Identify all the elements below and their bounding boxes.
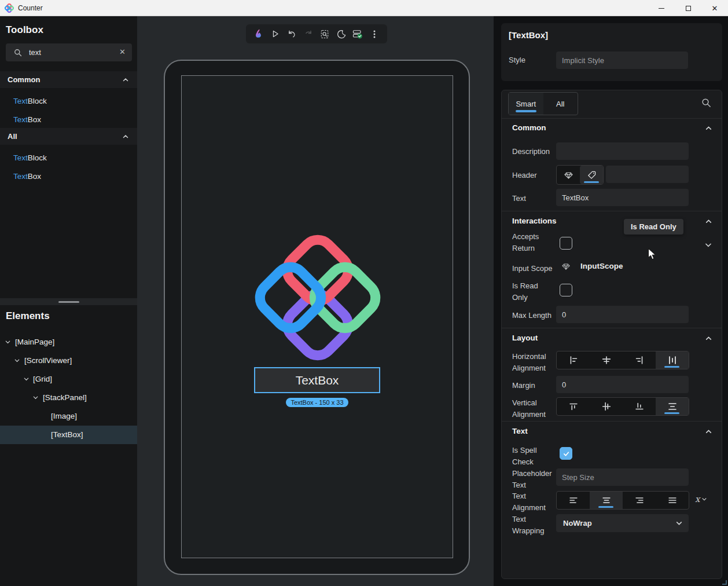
- panel-splitter[interactable]: [0, 298, 137, 305]
- is-spell-check-label: Is Spell Check: [512, 445, 553, 468]
- element-inspector-icon[interactable]: [318, 27, 332, 41]
- tree-item-grid[interactable]: [Grid]: [0, 370, 137, 389]
- input-scope-value[interactable]: InputScope: [580, 262, 623, 270]
- chevron-up-icon[interactable]: [705, 218, 712, 225]
- gem-icon: [564, 170, 573, 180]
- toolbox-section-all[interactable]: All: [0, 128, 137, 145]
- mouse-cursor: [648, 248, 657, 261]
- titlebar: Counter ✕: [0, 0, 728, 16]
- text-alignment-toggle: [556, 491, 689, 510]
- literal-tag-button[interactable]: [580, 166, 603, 184]
- text-alignment-label: Text Alignment: [512, 490, 557, 514]
- hot-reload-flame-icon[interactable]: [252, 27, 266, 41]
- valign-stretch-button[interactable]: [656, 398, 689, 415]
- binding-gem-button[interactable]: [557, 166, 580, 184]
- text-align-justify-button[interactable]: [656, 492, 689, 509]
- header-input[interactable]: [606, 166, 689, 183]
- toolbox-search[interactable]: ✕: [6, 43, 132, 61]
- minimize-button[interactable]: [648, 0, 675, 16]
- accepts-return-checkbox[interactable]: [560, 237, 572, 250]
- tab-all[interactable]: All: [543, 93, 578, 115]
- search-input[interactable]: [29, 48, 116, 57]
- max-length-input[interactable]: [556, 306, 689, 323]
- close-button[interactable]: ✕: [701, 0, 728, 16]
- property-tabs: Smart All: [508, 92, 578, 115]
- maximize-button[interactable]: [675, 0, 701, 16]
- tree-item-textbox[interactable]: [TextBox]: [0, 426, 137, 444]
- splitter-handle[interactable]: [58, 301, 79, 303]
- accepts-return-label: Accepts Return: [512, 231, 553, 254]
- chevron-down-icon[interactable]: [5, 339, 11, 345]
- play-icon[interactable]: [269, 27, 282, 41]
- style-input[interactable]: [556, 52, 688, 69]
- text-wrapping-dropdown[interactable]: NoWrap: [556, 514, 689, 532]
- section-interactions-header[interactable]: Interactions: [512, 217, 557, 225]
- text-align-justify-icon: [667, 495, 678, 506]
- valign-center-button[interactable]: [590, 398, 623, 415]
- text-align-left-icon: [568, 495, 579, 506]
- toolbox-item-textblock[interactable]: TextBlock: [0, 149, 137, 166]
- text-align-right-button[interactable]: [623, 492, 656, 509]
- tree-item-scrollviewer[interactable]: [ScrollViewer]: [0, 351, 137, 370]
- chevron-up-icon[interactable]: [705, 335, 712, 342]
- is-read-only-checkbox[interactable]: [560, 284, 572, 296]
- text-align-center-button[interactable]: [590, 492, 623, 509]
- section-layout-header[interactable]: Layout: [512, 334, 538, 342]
- chevron-up-icon[interactable]: [705, 428, 712, 435]
- chevron-down-icon[interactable]: [23, 376, 30, 382]
- design-canvas[interactable]: TextBox TextBox - 150 x 33: [137, 16, 494, 586]
- more-menu-icon[interactable]: [367, 27, 381, 41]
- properties-card: Smart All Common Description Header Text…: [501, 90, 722, 579]
- uno-logo-image[interactable]: [253, 233, 382, 362]
- device-screen[interactable]: TextBox TextBox - 150 x 33: [181, 75, 453, 558]
- tree-item-image[interactable]: [Image]: [0, 407, 137, 426]
- halign-right-button[interactable]: [623, 351, 656, 369]
- toolbox-section-common[interactable]: Common: [0, 71, 137, 88]
- valign-bottom-button[interactable]: [623, 398, 656, 415]
- header-mode-toggle: [556, 165, 604, 185]
- is-spell-check-checkbox[interactable]: [560, 447, 572, 460]
- text-input[interactable]: [556, 189, 689, 206]
- properties-search-icon[interactable]: [701, 98, 711, 108]
- chevron-up-icon: [122, 76, 129, 83]
- undo-icon[interactable]: [285, 27, 299, 41]
- toolbox-item-textblock[interactable]: TextBlock: [0, 93, 137, 109]
- window-resize-grip[interactable]: [722, 580, 727, 585]
- chevron-up-icon[interactable]: [705, 124, 712, 132]
- toolbox-item-textbox[interactable]: TextBox: [0, 111, 137, 127]
- toolbox-item-textbox[interactable]: TextBox: [0, 168, 137, 184]
- tree-item-stackpanel[interactable]: [StackPanel]: [0, 389, 137, 407]
- horizontal-alignment-toggle: [556, 351, 689, 369]
- align-top-icon: [568, 401, 579, 412]
- description-label: Description: [512, 146, 550, 158]
- theme-moon-icon[interactable]: [334, 27, 348, 41]
- section-common-header[interactable]: Common: [512, 123, 546, 132]
- margin-input[interactable]: [556, 376, 689, 393]
- placeholder-text-input[interactable]: [556, 468, 689, 486]
- style-card: [TextBox] Style: [501, 23, 722, 81]
- align-stretch-icon: [667, 401, 678, 412]
- halign-center-button[interactable]: [590, 351, 623, 369]
- align-middle-icon: [601, 401, 612, 412]
- tab-smart[interactable]: Smart: [509, 93, 543, 115]
- check-icon: [562, 450, 570, 457]
- divider: [502, 421, 722, 422]
- halign-stretch-button[interactable]: [656, 351, 689, 369]
- redo-icon[interactable]: [302, 27, 315, 41]
- devices-status-icon[interactable]: [351, 27, 365, 41]
- section-text-header[interactable]: Text: [512, 427, 528, 435]
- selected-textbox-element[interactable]: TextBox: [254, 367, 380, 393]
- xaml-binding-dropdown[interactable]: x: [695, 494, 707, 504]
- chevron-down-icon[interactable]: [704, 241, 712, 249]
- gem-icon[interactable]: [561, 262, 571, 271]
- description-input[interactable]: [556, 142, 689, 160]
- divider: [502, 211, 722, 211]
- align-center-icon: [601, 354, 612, 366]
- chevron-down-icon[interactable]: [14, 357, 20, 364]
- chevron-down-icon[interactable]: [32, 394, 39, 401]
- text-align-left-button[interactable]: [557, 492, 590, 509]
- valign-top-button[interactable]: [557, 398, 590, 415]
- tree-item-mainpage[interactable]: [MainPage]: [0, 333, 137, 351]
- clear-search-icon[interactable]: ✕: [119, 47, 126, 56]
- halign-left-button[interactable]: [557, 351, 590, 369]
